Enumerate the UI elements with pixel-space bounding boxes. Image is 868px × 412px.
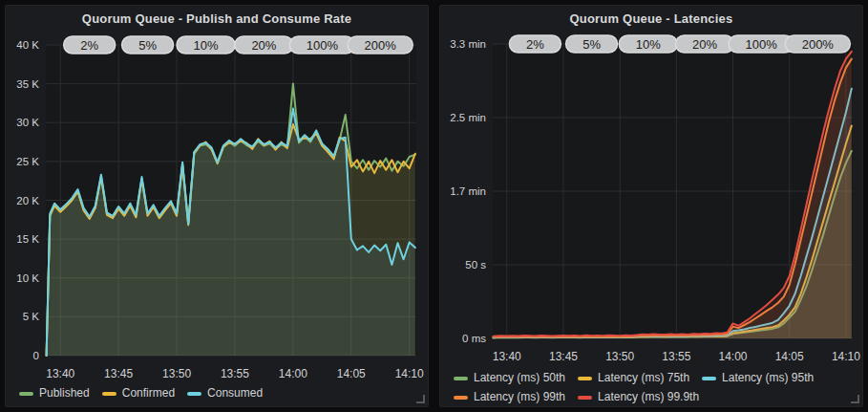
legend-item-confirmed[interactable]: Confirmed <box>102 386 175 401</box>
annotation-pill-2[interactable]: 2% <box>509 35 561 53</box>
legend-swatch <box>454 377 468 380</box>
legend-label: Published <box>39 386 90 401</box>
y-tick-label: 35 K <box>16 78 39 90</box>
legend: Latency (ms) 50thLatency (ms) 75thLatenc… <box>454 371 851 404</box>
legend-label: Latency (ms) 50th <box>474 371 565 385</box>
resize-handle-icon[interactable] <box>851 395 859 403</box>
legend-swatch <box>702 377 716 380</box>
x-tick-label: 13:45 <box>104 367 133 380</box>
pill-label: 200% <box>365 38 397 53</box>
x-tick-label: 13:55 <box>221 367 249 380</box>
legend-item-latency-ms-99-9th[interactable]: Latency (ms) 99.9th <box>578 390 699 404</box>
legend-item-consumed[interactable]: Consumed <box>187 386 263 401</box>
y-tick-label: 0 <box>33 350 39 361</box>
legend-item-latency-ms-95th[interactable]: Latency (ms) 95th <box>702 371 814 385</box>
legend-swatch <box>102 392 116 396</box>
legend-item-latency-ms-75th[interactable]: Latency (ms) 75th <box>578 371 689 385</box>
x-tick-label: 14:10 <box>832 350 860 363</box>
legend-swatch <box>19 392 33 396</box>
y-tick-label: 3.3 min <box>450 38 486 50</box>
legend-swatch <box>454 396 468 400</box>
panel-publish-consume-rate: Quorum Queue - Publish and Consume Rate … <box>5 5 429 407</box>
y-tick-label: 10 K <box>16 272 39 284</box>
chart-area[interactable]: 3.3 min2.5 min1.7 min50 s0 ms13:4013:451… <box>440 6 862 406</box>
legend-item-published[interactable]: Published <box>19 386 90 401</box>
pill-label: 100% <box>307 38 339 53</box>
y-axis-labels: 40 K35 K30 K25 K20 K15 K10 K5 K0 <box>16 39 39 361</box>
y-tick-label: 1.7 min <box>450 185 486 197</box>
y-tick-label: 0 ms <box>462 333 486 344</box>
legend-label: Latency (ms) 95th <box>722 371 814 385</box>
legend: PublishedConfirmedConsumed <box>19 386 416 401</box>
annotation-pill-100[interactable]: 100% <box>729 35 794 53</box>
legend-item-latency-ms-99th[interactable]: Latency (ms) 99th <box>454 390 565 404</box>
x-tick-label: 14:05 <box>337 367 366 380</box>
legend-swatch <box>578 377 592 380</box>
pill-label: 20% <box>251 38 276 53</box>
annotation-pill-10[interactable]: 10% <box>177 36 235 54</box>
y-tick-label: 40 K <box>16 39 39 51</box>
chart-area[interactable]: 40 K35 K30 K25 K20 K15 K10 K5 K013:4013:… <box>6 6 428 406</box>
annotation-pill-100[interactable]: 100% <box>289 36 354 54</box>
x-tick-label: 13:50 <box>162 367 191 380</box>
y-tick-label: 30 K <box>16 117 39 128</box>
pill-label: 2% <box>526 37 544 52</box>
x-tick-label: 13:55 <box>662 350 690 363</box>
annotation-pill-5[interactable]: 5% <box>122 36 174 54</box>
legend-label: Latency (ms) 99.9th <box>598 390 699 404</box>
annotation-pill-5[interactable]: 5% <box>566 35 618 53</box>
x-tick-label: 14:10 <box>395 367 424 380</box>
x-tick-label: 13:40 <box>46 367 74 380</box>
y-axis-labels: 3.3 min2.5 min1.7 min50 s0 ms <box>450 38 486 344</box>
legend-swatch <box>187 392 201 396</box>
x-tick-label: 13:40 <box>493 350 521 363</box>
resize-handle-icon[interactable] <box>416 395 425 403</box>
chart-canvas[interactable]: 3.3 min2.5 min1.7 min50 s0 ms13:4013:451… <box>440 6 864 408</box>
pill-label: 100% <box>745 37 777 52</box>
pill-label: 5% <box>582 37 601 52</box>
annotation-pill-200[interactable]: 200% <box>785 35 850 53</box>
pill-label: 200% <box>802 37 835 52</box>
pill-label: 10% <box>193 38 218 53</box>
pill-label: 20% <box>692 37 717 52</box>
y-tick-label: 2.5 min <box>450 112 486 123</box>
legend-item-latency-ms-50th[interactable]: Latency (ms) 50th <box>454 371 565 385</box>
dashboard: Quorum Queue - Publish and Consume Rate … <box>0 0 868 412</box>
x-tick-label: 13:50 <box>605 350 634 363</box>
x-tick-label: 13:45 <box>549 350 578 363</box>
x-tick-label: 14:00 <box>719 350 748 363</box>
panel-title[interactable]: Quorum Queue - Publish and Consume Rate <box>6 6 428 26</box>
x-axis-labels: 13:4013:4513:5013:5514:0014:0514:10 <box>46 367 424 380</box>
pill-label: 2% <box>80 38 98 53</box>
annotation-pill-2[interactable]: 2% <box>64 36 116 54</box>
annotation-pill-20[interactable]: 20% <box>675 35 733 53</box>
y-tick-label: 50 s <box>465 259 486 271</box>
legend-label: Latency (ms) 75th <box>598 371 689 385</box>
legend-label: Latency (ms) 99th <box>474 390 565 404</box>
panel-title[interactable]: Quorum Queue - Latencies <box>440 6 862 26</box>
annotation-pill-200[interactable]: 200% <box>348 36 413 54</box>
y-tick-label: 5 K <box>23 311 40 322</box>
y-tick-label: 15 K <box>16 233 39 245</box>
x-axis-labels: 13:4013:4513:5013:5514:0014:0514:10 <box>493 350 860 363</box>
x-tick-label: 14:05 <box>775 350 804 363</box>
annotation-pill-10[interactable]: 10% <box>619 35 677 53</box>
panel-latencies: Quorum Queue - Latencies 3.3 min2.5 min1… <box>439 5 863 407</box>
x-tick-label: 14:00 <box>279 367 307 380</box>
pill-label: 5% <box>138 38 157 53</box>
y-tick-label: 25 K <box>16 156 39 167</box>
legend-swatch <box>578 396 592 400</box>
pill-label: 10% <box>636 37 661 52</box>
annotation-pill-20[interactable]: 20% <box>235 36 293 54</box>
legend-label: Consumed <box>207 386 263 401</box>
y-tick-label: 20 K <box>16 195 39 206</box>
legend-label: Confirmed <box>122 386 175 401</box>
chart-canvas[interactable]: 40 K35 K30 K25 K20 K15 K10 K5 K013:4013:… <box>6 6 430 408</box>
